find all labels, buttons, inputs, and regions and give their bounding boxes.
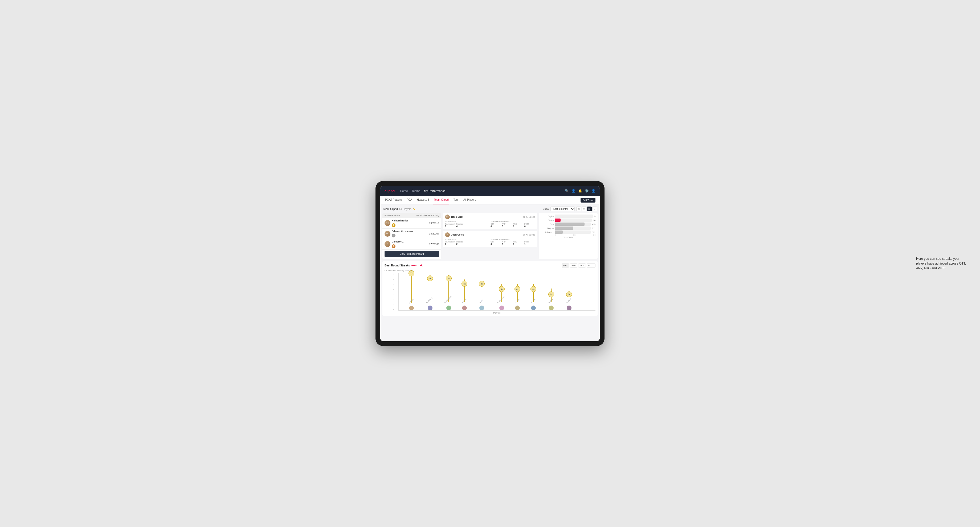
bar-fill xyxy=(555,222,584,226)
sp-name: B. McHerg xyxy=(426,297,433,303)
sp-avatar xyxy=(499,306,504,310)
ott-button[interactable]: OTT xyxy=(562,264,569,268)
card-player-name: Rees Britt xyxy=(451,216,463,218)
sp-bubble: 3x xyxy=(548,291,554,297)
col-player-name: PLAYER NAME xyxy=(385,214,417,217)
annotation-arrow xyxy=(412,263,422,268)
avatar: EC xyxy=(385,231,390,237)
practice-title: Total Practice Activities xyxy=(490,221,535,222)
scatter-player: 6x D. Billingham xyxy=(444,273,453,310)
nav-home[interactable]: Home xyxy=(400,189,408,193)
sp-bubble: 4x xyxy=(499,286,504,292)
card-player-name: Josh Coles xyxy=(451,233,464,236)
search-icon[interactable]: 🔍 xyxy=(565,189,569,193)
nav-links: Home Teams My Performance xyxy=(400,189,565,193)
subnav-hcaps[interactable]: Hcaps 1-5 xyxy=(417,196,430,205)
nav-icons: 🔍 👤 🔔 ⚙️ 👤 xyxy=(565,189,595,193)
bar-track xyxy=(555,227,591,230)
player-avg: 107 xyxy=(435,232,439,235)
tablet-screen: clippd Home Teams My Performance 🔍 👤 🔔 ⚙… xyxy=(380,186,600,341)
table-row: RB Richard Butler 1 19/20 110 xyxy=(382,218,441,229)
col-pb-avg: PB AVG SQ xyxy=(428,214,439,217)
grid-view-icon[interactable]: ⊞ xyxy=(576,206,581,211)
leaderboard-card: PLAYER NAME PB SCORE PB AVG SQ RB Richar… xyxy=(382,213,441,259)
sp-avatar xyxy=(446,306,451,310)
player-card: JC Josh Coles 26 Aug 2023 Total Rounds xyxy=(443,231,537,247)
y-ticks: 7 6 5 4 3 2 1 0 xyxy=(393,273,394,310)
sp-avatar xyxy=(479,306,484,310)
sp-bubble: 3x xyxy=(566,291,572,297)
card-date: 02 Sep 2023 xyxy=(523,216,535,218)
x-axis-label: Players xyxy=(398,312,595,314)
player-score: 18/20 xyxy=(429,232,435,235)
subnav-team-clippd[interactable]: Team Clippd xyxy=(433,196,449,205)
three-col-layout: PLAYER NAME PB SCORE PB AVG SQ RB Richar… xyxy=(382,213,598,259)
annotation-text: Here you can see streaks your players ha… xyxy=(916,256,969,271)
player-score: 17/20 xyxy=(429,243,435,245)
app-button[interactable]: APP xyxy=(570,264,578,268)
scatter-player: 4x M. Miller xyxy=(530,273,536,310)
edit-icon[interactable]: ✏️ xyxy=(412,208,415,210)
time-filter-dropdown[interactable]: Last 3 months xyxy=(550,206,575,211)
player-avg: 103 xyxy=(435,243,439,245)
sp-name: D. Billingham xyxy=(444,295,452,303)
bar-row-birdies: Birdies 96 xyxy=(541,219,595,222)
nav-my-performance[interactable]: My Performance xyxy=(424,189,445,193)
putt-button[interactable]: PUTT xyxy=(587,264,595,268)
settings-icon[interactable]: ⚙️ xyxy=(585,189,589,193)
player-avg: 110 xyxy=(435,222,439,224)
practice-title: Total Practice Activities xyxy=(490,238,535,240)
chart-x-label: Total Shots xyxy=(541,237,595,238)
arg-button[interactable]: ARG xyxy=(578,264,586,268)
player-score: 19/20 xyxy=(429,222,435,224)
list-view-icon[interactable]: ≡ xyxy=(582,206,586,211)
subnav-pga[interactable]: PGA xyxy=(406,196,412,205)
avatar: C xyxy=(385,241,390,247)
view-full-leaderboard-button[interactable]: View Full Leaderboard xyxy=(385,251,439,257)
avatar: RB xyxy=(385,220,390,226)
player-name: Richard Butler xyxy=(392,219,408,222)
bar-row-pars: Pars 499 xyxy=(541,222,595,226)
player-card: RB Rees Britt 02 Sep 2023 Total Rounds xyxy=(443,213,537,229)
lb-header: PLAYER NAME PB SCORE PB AVG SQ xyxy=(382,213,441,218)
tablet-frame: clippd Home Teams My Performance 🔍 👤 🔔 ⚙… xyxy=(375,181,605,346)
sp-avatar xyxy=(515,306,520,310)
view-icons: ⊞ ≡ ▤ ↓ xyxy=(576,206,597,211)
sp-avatar xyxy=(462,306,467,310)
user-icon[interactable]: 👤 xyxy=(571,189,576,193)
sp-avatar xyxy=(531,306,536,310)
scatter-player: 5x R. Britt xyxy=(479,273,484,310)
player-info: C Cameron... 3 xyxy=(385,240,429,248)
bell-icon[interactable]: 🔔 xyxy=(578,189,582,193)
player-info: RB Richard Butler 1 xyxy=(385,219,429,227)
subnav-pgat[interactable]: PGAT Players xyxy=(385,196,402,205)
stat-title: Total Rounds xyxy=(445,238,490,240)
streak-chart-container: Best Streak, Fairway Accuracy 7 6 5 4 3 … xyxy=(385,273,595,314)
annotation-box: Here you can see streaks your players ha… xyxy=(916,256,969,271)
bar-fill xyxy=(555,227,573,230)
subnav-tour[interactable]: Tour xyxy=(453,196,459,205)
card-view-icon[interactable]: ▤ xyxy=(587,206,592,211)
avatar: RB xyxy=(445,214,450,219)
table-row: EC Edward Crossman 2 18/20 107 xyxy=(382,229,441,239)
avatar-icon[interactable]: 👤 xyxy=(592,189,595,193)
sp-bubble: 6x xyxy=(427,275,433,281)
nav-teams[interactable]: Teams xyxy=(412,189,420,193)
bar-track xyxy=(555,219,592,222)
scatter-player: 4x E. Crossman xyxy=(497,273,506,310)
show-section: Show Last 3 months ⊞ ≡ ▤ ↓ xyxy=(543,206,597,211)
scatter-player: 3x C. Quick xyxy=(566,273,572,310)
add-team-button[interactable]: Add Team xyxy=(581,198,595,203)
sp-avatar xyxy=(549,306,554,310)
scatter-player: 7x E. Ewert xyxy=(409,273,415,310)
detail-view-icon[interactable]: ↓ xyxy=(592,206,597,211)
bar-row-eagles: Eagles 3 xyxy=(541,214,595,218)
bar-axis: 0 200 400 xyxy=(541,234,595,236)
bar-fill xyxy=(555,230,563,234)
player-info: EC Edward Crossman 2 xyxy=(385,230,429,238)
sp-bubble: 7x xyxy=(409,270,414,276)
bar-row-bogeys: Bogeys 311 xyxy=(541,227,595,230)
subnav-all-players[interactable]: All Players xyxy=(463,196,476,205)
scatter-player: 6x B. McHerg xyxy=(426,273,434,310)
bar-row-dbogeys: D. Bogeys + 131 xyxy=(541,230,595,234)
